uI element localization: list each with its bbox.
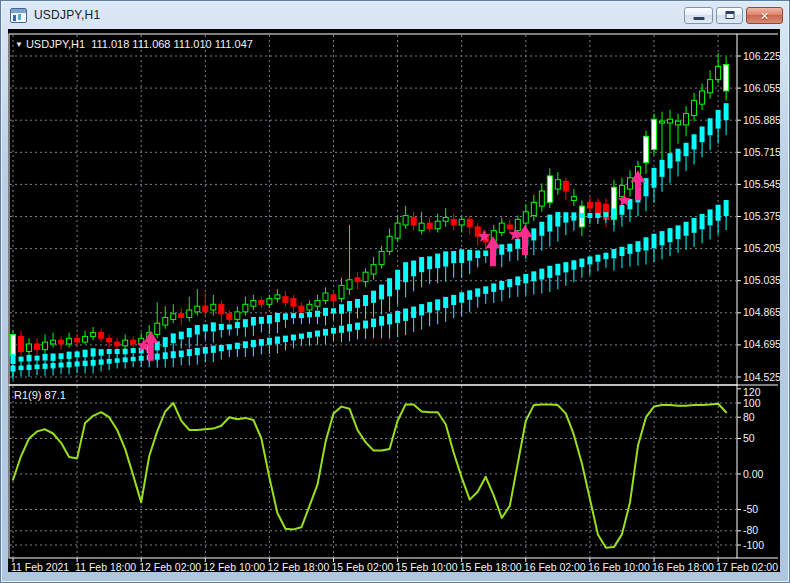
minimize-button[interactable] [684, 7, 713, 24]
svg-text:-50: -50 [743, 503, 758, 515]
minimize-icon [693, 17, 704, 20]
svg-text:0.00: 0.00 [743, 468, 764, 480]
header-open: 111.018 [91, 38, 129, 50]
svg-text:80: 80 [743, 411, 755, 423]
svg-text:105.715: 105.715 [743, 146, 780, 158]
svg-text:105.375: 105.375 [743, 210, 780, 222]
svg-text:15 Feb 02:00: 15 Feb 02:00 [332, 561, 394, 572]
chart-window-icon [10, 8, 27, 23]
window-controls: ✕ [684, 7, 783, 24]
svg-text:104.525: 104.525 [743, 371, 780, 383]
svg-text:-100: -100 [743, 539, 764, 551]
svg-text:15 Feb 10:00: 15 Feb 10:00 [396, 561, 458, 572]
header-close: 111.047 [215, 38, 253, 50]
close-icon: ✕ [760, 10, 769, 22]
header-high: 111.068 [132, 38, 170, 50]
maximize-icon [725, 11, 734, 19]
svg-text:12 Feb 18:00: 12 Feb 18:00 [267, 561, 329, 572]
mt4-chart-window: USDJPY,H1 ✕ 106.225106.055105.885105.715… [0, 0, 790, 583]
svg-text:11 Feb 18:00: 11 Feb 18:00 [75, 561, 136, 572]
maximize-button[interactable] [716, 7, 743, 24]
svg-text:16 Feb 10:00: 16 Feb 10:00 [588, 561, 650, 572]
svg-text:12 Feb 10:00: 12 Feb 10:00 [203, 561, 265, 572]
close-button[interactable]: ✕ [746, 7, 783, 24]
chart-canvas[interactable]: 106.225106.055105.885105.715105.545105.3… [8, 29, 780, 572]
svg-text:105.885: 105.885 [743, 114, 780, 126]
svg-text:16 Feb 02:00: 16 Feb 02:00 [524, 561, 586, 572]
header-low: 111.010 [174, 38, 212, 50]
titlebar: USDJPY,H1 ✕ [1, 1, 789, 29]
svg-text:50: 50 [743, 432, 755, 444]
svg-text:17 Feb 02:00: 17 Feb 02:00 [716, 561, 778, 572]
symbol-dropdown-icon[interactable]: ▼ [15, 40, 23, 49]
svg-text:106.055: 106.055 [743, 82, 780, 94]
chart-ohlc-header: ▼USDJPY,H1 111.018 111.068 111.010 111.0… [15, 38, 253, 50]
oscillator-name-label: R1(9) 87.1 [14, 389, 66, 401]
svg-text:106.225: 106.225 [743, 50, 780, 62]
svg-text:104.695: 104.695 [743, 338, 780, 350]
svg-text:105.205: 105.205 [743, 242, 780, 254]
header-symbol: USDJPY,H1 [26, 38, 85, 50]
svg-text:105.545: 105.545 [743, 178, 780, 190]
svg-text:11 Feb 2021: 11 Feb 2021 [11, 561, 69, 572]
svg-text:104.865: 104.865 [743, 306, 780, 318]
svg-text:100: 100 [743, 397, 761, 409]
svg-text:105.035: 105.035 [743, 274, 780, 286]
svg-text:16 Feb 18:00: 16 Feb 18:00 [652, 561, 714, 572]
svg-text:15 Feb 18:00: 15 Feb 18:00 [460, 561, 522, 572]
price-chart-svg[interactable]: 106.225106.055105.885105.715105.545105.3… [8, 29, 780, 572]
window-title: USDJPY,H1 [34, 8, 100, 22]
svg-text:12 Feb 02:00: 12 Feb 02:00 [139, 561, 201, 572]
svg-text:-80: -80 [743, 524, 758, 536]
